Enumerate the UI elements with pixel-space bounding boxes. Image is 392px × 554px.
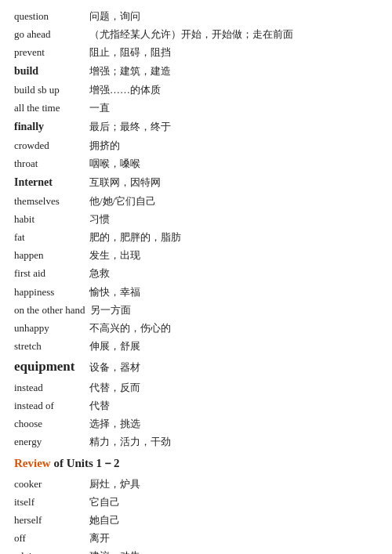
list-item: stretch伸展，舒展 [14, 338, 378, 355]
vocab-definition: 肥的，肥胖的，脂肪 [89, 229, 378, 246]
vocab-definition: 不高兴的，伤心的 [89, 320, 378, 337]
review-heading-text: Review [14, 457, 51, 469]
vocab-definition: 设备，器材 [89, 359, 378, 376]
vocab-definition: 急救 [89, 265, 378, 282]
vocab-definition: 阻止，阻碍，阻挡 [89, 44, 378, 61]
list-item: all the time一直 [14, 100, 378, 117]
vocab-definition: 她自己 [89, 512, 378, 529]
vocab-definition: 代替，反而 [89, 379, 378, 396]
vocab-definition: 发生，出现 [89, 247, 378, 264]
vocab-definition: 愉快，幸福 [89, 284, 378, 301]
vocab-definition: 增强……的体质 [89, 81, 378, 99]
list-item: throat咽喉，嗓喉 [14, 155, 378, 172]
vocab-word: all the time [14, 100, 85, 117]
main-vocab-list: question问题，询问go ahead（尤指经某人允许）开始，开始做；走在前… [14, 8, 378, 451]
vocab-definition: 互联网，因特网 [89, 174, 378, 191]
list-item: energy精力，活力，干劲 [14, 433, 378, 451]
list-item: habit习惯 [14, 211, 378, 228]
vocab-definition: 咽喉，嗓喉 [89, 155, 378, 172]
vocab-definition: 最后；最终，终于 [89, 118, 378, 136]
vocab-section: question问题，询问go ahead（尤指经某人允许）开始，开始做；走在前… [14, 8, 378, 554]
vocab-word: build sb up [14, 81, 85, 99]
list-item: prevent阻止，阻碍，阻挡 [14, 44, 378, 61]
vocab-word: herself [14, 512, 85, 529]
vocab-word: habit [14, 211, 85, 228]
vocab-definition: 另一方面 [90, 302, 378, 319]
list-item: question问题，询问 [14, 8, 378, 25]
review-heading: Review of Units 1－2 [14, 454, 378, 474]
list-item: advise建议，劝告 [14, 548, 378, 554]
vocab-word: instead [14, 379, 85, 396]
list-item: happen发生，出现 [14, 247, 378, 264]
vocab-word: happen [14, 247, 85, 264]
vocab-word: equipment [14, 356, 85, 378]
vocab-word: instead of [14, 397, 85, 415]
review-section: Review of Units 1－2 cooker厨灶，炉具itself它自己… [14, 454, 378, 554]
review-sub-text: of Units 1－2 [53, 457, 119, 469]
vocab-definition: 厨灶，炉具 [89, 476, 378, 493]
vocab-word: advise [14, 548, 85, 554]
vocab-definition: 选择，挑选 [89, 415, 378, 433]
vocab-word: first aid [14, 265, 85, 282]
list-item: Internet互联网，因特网 [14, 173, 378, 192]
vocab-word: energy [14, 433, 85, 451]
vocab-word: choose [14, 415, 85, 433]
list-item: finally最后；最终，终于 [14, 118, 378, 136]
vocab-word: off [14, 530, 85, 547]
list-item: choose选择，挑选 [14, 415, 378, 433]
list-item: go ahead（尤指经某人允许）开始，开始做；走在前面 [14, 26, 378, 43]
vocab-word: happiness [14, 284, 85, 301]
vocab-definition: 伸展，舒展 [89, 338, 378, 355]
vocab-word: stretch [14, 338, 85, 355]
vocab-definition: 一直 [89, 100, 378, 117]
vocab-word: Internet [14, 173, 85, 192]
vocab-definition: 精力，活力，干劲 [89, 433, 378, 451]
list-item: on the other hand另一方面 [14, 302, 378, 319]
list-item: crowded拥挤的 [14, 137, 378, 154]
vocab-word: themselves [14, 193, 85, 210]
vocab-definition: 建议，劝告 [89, 548, 378, 554]
vocab-definition: 他/她/它们自己 [89, 193, 378, 210]
vocab-word: question [14, 8, 85, 25]
vocab-word: fat [14, 229, 85, 246]
vocab-definition: 它自己 [89, 494, 378, 511]
vocab-word: go ahead [14, 26, 85, 43]
vocab-definition: 离开 [89, 530, 378, 547]
list-item: fat肥的，肥胖的，脂肪 [14, 229, 378, 246]
vocab-definition: 问题，询问 [89, 8, 378, 25]
vocab-definition: 增强；建筑，建造 [89, 63, 378, 80]
list-item: off离开 [14, 530, 378, 547]
list-item: happiness愉快，幸福 [14, 284, 378, 301]
vocab-word: on the other hand [14, 302, 85, 319]
list-item: herself她自己 [14, 512, 378, 529]
list-item: build sb up增强……的体质 [14, 81, 378, 99]
list-item: themselves他/她/它们自己 [14, 193, 378, 210]
list-item: cooker厨灶，炉具 [14, 476, 378, 493]
vocab-word: finally [14, 118, 85, 136]
vocab-definition: 拥挤的 [89, 137, 378, 154]
list-item: build增强；建筑，建造 [14, 62, 378, 81]
list-item: equipment设备，器材 [14, 356, 378, 378]
list-item: instead of代替 [14, 397, 378, 415]
vocab-word: unhappy [14, 320, 85, 337]
vocab-word: prevent [14, 44, 85, 61]
list-item: first aid急救 [14, 265, 378, 282]
list-item: unhappy不高兴的，伤心的 [14, 320, 378, 337]
vocab-word: itself [14, 494, 85, 511]
vocab-word: crowded [14, 137, 85, 154]
vocab-definition: 代替 [89, 397, 378, 415]
vocab-word: cooker [14, 476, 85, 493]
vocab-definition: （尤指经某人允许）开始，开始做；走在前面 [89, 26, 378, 43]
vocab-word: throat [14, 155, 85, 172]
list-item: instead代替，反而 [14, 379, 378, 396]
vocab-definition: 习惯 [89, 211, 378, 228]
vocab-word: build [14, 62, 85, 81]
list-item: itself它自己 [14, 494, 378, 511]
review-vocab-list: cooker厨灶，炉具itself它自己herself她自己off离开advis… [14, 476, 378, 554]
